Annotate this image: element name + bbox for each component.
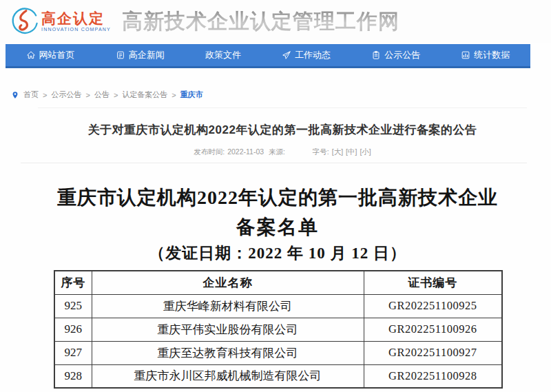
table-row: 927重庆至达教育科技有限公司GR202251100927 (54, 341, 502, 364)
page: 高企认定 INNOVATION COMPANY 高新技术企业认定管理工作网 网站… (0, 0, 551, 392)
breadcrumb-separator: > (171, 91, 176, 99)
fontsize-label: 字号: (313, 147, 329, 156)
breadcrumb-current[interactable]: 重庆市 (180, 90, 203, 100)
nav-item-label: 统计数据 (474, 49, 510, 61)
column-header: 企业名称 (92, 271, 364, 294)
breadcrumb-link[interactable]: 公示公告 (51, 90, 81, 100)
company-name-cell: 重庆市永川区邦威机械制造有限公司 (92, 364, 364, 388)
logo[interactable]: 高企认定 INNOVATION COMPANY (10, 7, 111, 36)
nav-item-4[interactable]: 工作动态 (282, 49, 331, 61)
serial-cell: 927 (54, 341, 92, 364)
serial-cell: 928 (54, 364, 92, 388)
column-header: 证书编号 (364, 271, 502, 294)
article-meta: 发布时间:2022-11-03 来源: 字号:[大][中][小] (38, 147, 527, 157)
publish-time-label: 发布时间: (194, 147, 225, 156)
breadcrumb: 首页>公示公告>公告>认定备案公告>重庆市 (11, 90, 203, 100)
company-name-cell: 重庆至达教育科技有限公司 (92, 341, 364, 364)
serial-cell: 925 (54, 294, 92, 318)
table-row: 926重庆平伟实业股份有限公司GR202251100926 (54, 318, 502, 341)
breadcrumb-link[interactable]: 公告 (94, 90, 110, 100)
nav-item-3[interactable]: 政策文件 (205, 49, 241, 61)
serial-cell: 926 (54, 318, 92, 341)
chart-icon (461, 50, 470, 60)
logo-subtitle: INNOVATION COMPANY (41, 27, 111, 32)
certificate-no-cell: GR202251100926 (364, 318, 502, 341)
paper-plane-icon (282, 50, 291, 60)
nav-item-label: 政策文件 (205, 49, 241, 61)
logo-title: 高企认定 (41, 11, 111, 26)
main-nav: 网站首页高企新闻政策文件工作动态公示公告统计数据 (6, 44, 530, 68)
document-heading-line2: 备案名单 (0, 214, 551, 240)
company-name-cell: 重庆平伟实业股份有限公司 (92, 318, 364, 341)
nav-item-5[interactable]: 公示公告 (371, 49, 420, 61)
certificate-no-cell: GR202251100927 (364, 341, 502, 364)
table-row: 928重庆市永川区邦威机械制造有限公司GR202251100928 (54, 364, 502, 388)
table-row: 925重庆华峰新材料有限公司GR202251100925 (54, 294, 502, 318)
breadcrumb-link[interactable]: 首页 (23, 90, 39, 100)
breadcrumb-separator: > (85, 91, 90, 99)
certificate-no-cell: GR202251100925 (364, 294, 502, 318)
nav-item-label: 工作动态 (295, 49, 331, 61)
news-icon (116, 50, 125, 60)
logo-mark-icon (10, 7, 39, 36)
breadcrumb-separator: > (114, 91, 118, 99)
fontsize-small-button[interactable]: [小] (360, 147, 371, 156)
fontsize-large-button[interactable]: [大] (332, 147, 343, 156)
clipboard-icon (371, 50, 381, 60)
site-header: 高企认定 INNOVATION COMPANY 高新技术企业认定管理工作网 (0, 0, 551, 43)
article-title: 关于对重庆市认定机构2022年认定的第一批高新技术企业进行备案的公告 (38, 122, 527, 138)
site-title: 高新技术企业认定管理工作网 (122, 8, 399, 36)
certificate-no-cell: GR202251100928 (364, 364, 502, 388)
enterprise-table: 序号企业名称证书编号 925重庆华峰新材料有限公司GR2022511009259… (54, 270, 503, 389)
company-name-cell: 重庆华峰新材料有限公司 (92, 294, 364, 318)
issue-date-line: （发证日期：2022 年 10 月 12 日） (0, 243, 551, 264)
breadcrumb-link[interactable]: 认定备案公告 (122, 90, 167, 100)
nav-item-label: 高企新闻 (129, 49, 165, 61)
document-heading-line1: 重庆市认定机构2022年认定的第一批高新技术企业 (0, 185, 551, 211)
table-header-row: 序号企业名称证书编号 (54, 271, 502, 294)
fontsize-medium-button[interactable]: [中] (346, 147, 357, 156)
home-icon (26, 50, 36, 60)
column-header: 序号 (54, 271, 92, 294)
location-pin-icon (11, 91, 19, 99)
publish-time-value: 2022-11-03 (227, 147, 264, 156)
source-label: 来源: (269, 147, 285, 156)
nav-item-label: 公示公告 (384, 49, 420, 61)
article-header: 关于对重庆市认定机构2022年认定的第一批高新技术企业进行备案的公告 发布时间:… (38, 107, 527, 157)
nav-item-label: 网站首页 (39, 49, 75, 61)
nav-item-2[interactable]: 高企新闻 (116, 49, 165, 61)
breadcrumb-separator: > (43, 91, 47, 99)
nav-item-6[interactable]: 统计数据 (461, 49, 510, 61)
meta-divider (21, 163, 527, 163)
nav-item-1[interactable]: 网站首页 (26, 49, 75, 61)
